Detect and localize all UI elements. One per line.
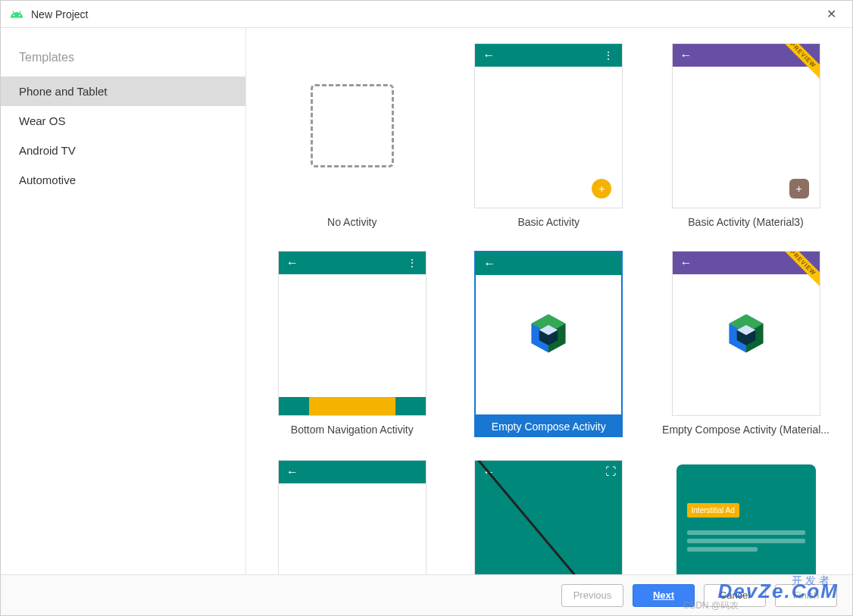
back-arrow-icon: ← [680, 48, 692, 62]
template-empty[interactable]: ← [269, 460, 436, 574]
template-gallery: No Activity←⋮+Basic Activity←⋮PREVIEW+Ba… [246, 28, 852, 574]
window-title: New Project [31, 8, 819, 20]
template-caption: Basic Activity [517, 216, 580, 228]
template-caption: Empty Compose Activity (Material... [662, 424, 830, 436]
back-arrow-icon: ← [483, 48, 495, 62]
sidebar: Templates Phone and TabletWear OSAndroid… [1, 28, 246, 574]
titlebar: New Project ✕ [1, 1, 852, 28]
sidebar-item-phone-and-tablet[interactable]: Phone and Tablet [1, 77, 245, 106]
overflow-icon: ⋮ [407, 257, 418, 269]
template-caption: Bottom Navigation Activity [291, 424, 414, 436]
template-compose-m3[interactable]: ←PREVIEW Empty Compose Activity (Materia… [662, 251, 830, 437]
sidebar-item-wear-os[interactable]: Wear OS [1, 106, 245, 136]
fab-icon: + [789, 179, 809, 199]
sidebar-item-android-tv[interactable]: Android TV [1, 136, 245, 165]
template-none[interactable]: No Activity [269, 43, 436, 228]
fab-icon: + [592, 179, 611, 199]
back-arrow-icon: ← [483, 257, 495, 270]
back-arrow-icon: ← [286, 256, 298, 270]
back-arrow-icon: ← [680, 256, 692, 270]
sidebar-header: Templates [1, 43, 245, 77]
sidebar-item-automotive[interactable]: Automotive [1, 165, 245, 195]
next-button[interactable]: Next [633, 584, 695, 607]
template-caption: Basic Activity (Material3) [688, 216, 803, 228]
template-basic[interactable]: ←⋮+Basic Activity [466, 43, 633, 228]
template-caption: Empty Compose Activity [474, 416, 623, 437]
template-compose[interactable]: ← Empty Compose Activity [466, 251, 633, 437]
back-arrow-icon: ← [286, 465, 298, 479]
template-fullscreen[interactable]: ←⛶ [466, 460, 633, 574]
template-ad[interactable]: Interstitial Ad [662, 460, 830, 574]
cancel-button[interactable]: Cancel [704, 584, 766, 607]
template-caption: No Activity [327, 216, 377, 228]
overflow-icon: ⋮ [603, 49, 614, 61]
previous-button: Previous [561, 584, 623, 607]
template-bottom-nav[interactable]: ←⋮Bottom Navigation Activity [269, 251, 436, 437]
footer: Previous Next Cancel Finish [1, 574, 852, 615]
close-icon[interactable]: ✕ [819, 7, 843, 21]
android-icon [10, 8, 23, 21]
template-basic-m3[interactable]: ←⋮PREVIEW+Basic Activity (Material3) [662, 43, 830, 228]
finish-button: Finish [775, 584, 837, 607]
fullscreen-icon: ⛶ [605, 465, 616, 477]
